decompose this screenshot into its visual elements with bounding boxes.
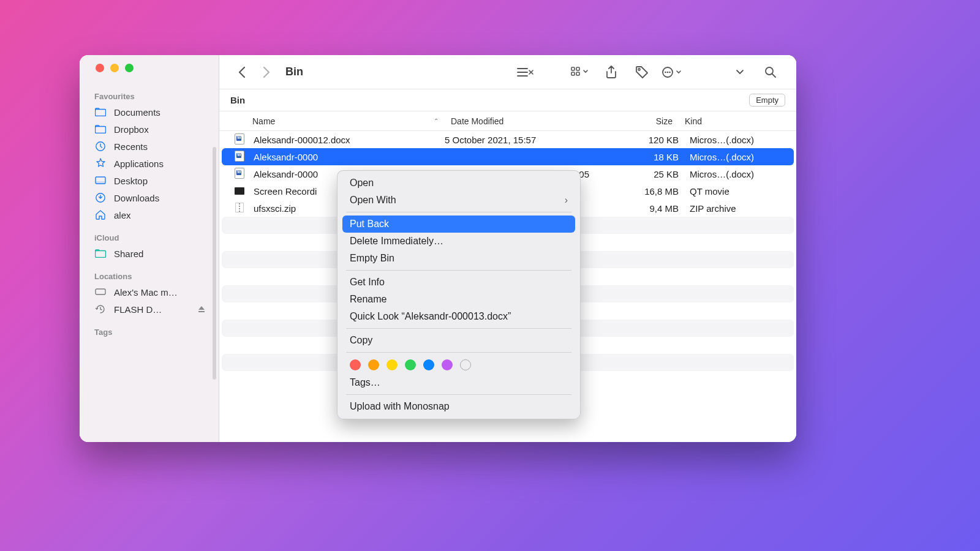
overflow-button[interactable] (728, 63, 752, 81)
sidebar-item-shared[interactable]: Shared (80, 245, 219, 262)
sidebar-item-label: Applications (114, 159, 164, 169)
sidebar-item-recents[interactable]: Recents (80, 138, 219, 155)
file-kind: Micros…(.docx) (679, 169, 796, 179)
word-doc-icon (233, 168, 246, 181)
sidebar: Favourites Documents Dropbox Recents App… (80, 55, 219, 442)
sidebar-section-tags: Tags (80, 324, 219, 339)
file-row[interactable]: Aleksandr-000012.docx 5 October 2021, 15… (219, 131, 796, 148)
sidebar-section-locations: Locations (80, 268, 219, 283)
column-name[interactable]: Name⌃ (219, 116, 445, 126)
ctx-tags[interactable]: Tags… (337, 374, 580, 391)
sidebar-item-flash-drive[interactable]: FLASH D… (80, 301, 219, 318)
svg-point-19 (667, 71, 669, 73)
svg-rect-8 (198, 311, 205, 312)
sidebar-item-label: alex (114, 210, 131, 220)
sidebar-item-label: Shared (114, 249, 143, 259)
ctx-open[interactable]: Open (337, 174, 580, 192)
eject-icon[interactable] (198, 305, 205, 313)
sidebar-scrollbar[interactable] (213, 147, 216, 380)
tag-orange[interactable] (368, 359, 379, 370)
svg-line-22 (772, 74, 775, 77)
ctx-delete-immediately[interactable]: Delete Immediately… (337, 233, 580, 250)
sidebar-item-label: Recents (114, 141, 148, 152)
computer-icon (94, 286, 107, 298)
tag-green[interactable] (405, 359, 416, 370)
sidebar-item-label: Alex's Mac m… (114, 287, 178, 298)
file-kind: QT movie (679, 186, 796, 197)
action-button[interactable] (660, 63, 685, 81)
ctx-empty-bin[interactable]: Empty Bin (337, 250, 580, 267)
window-title: Bin (285, 66, 303, 78)
sort-ascending-icon: ⌃ (434, 118, 439, 124)
share-button[interactable] (599, 63, 624, 81)
sidebar-item-documents[interactable]: Documents (80, 103, 219, 121)
sidebar-item-desktop[interactable]: Desktop (80, 172, 219, 189)
ctx-open-with-label: Open With (350, 195, 396, 206)
file-row-selected[interactable]: Aleksandr-0000 18 KB Micros…(.docx) (222, 148, 794, 165)
svg-rect-6 (96, 251, 106, 258)
file-size: 9,4 MB (595, 203, 679, 214)
ctx-rename[interactable]: Rename (337, 291, 580, 308)
path-bar: Bin Empty (219, 89, 796, 111)
ctx-tag-colors (337, 356, 580, 374)
ctx-separator (346, 352, 571, 353)
ctx-put-back[interactable]: Put Back (342, 216, 575, 233)
sidebar-item-mac-mini[interactable]: Alex's Mac m… (80, 283, 219, 301)
minimize-window-button[interactable] (110, 64, 119, 72)
svg-point-20 (669, 71, 671, 73)
file-date: 5 October 2021, 15:57 (445, 135, 595, 145)
search-button[interactable] (758, 63, 783, 81)
sidebar-item-dropbox[interactable]: Dropbox (80, 121, 219, 138)
shared-folder-icon (94, 247, 107, 260)
ctx-separator (346, 328, 571, 329)
time-machine-icon (94, 303, 107, 315)
tag-red[interactable] (350, 359, 361, 370)
ctx-copy[interactable]: Copy (337, 332, 580, 349)
tag-blue[interactable] (423, 359, 434, 370)
column-size[interactable]: Size (595, 116, 679, 126)
sidebar-item-downloads[interactable]: Downloads (80, 189, 219, 206)
svg-rect-0 (96, 110, 106, 116)
forward-button[interactable] (257, 63, 276, 81)
file-kind: ZIP archive (679, 203, 796, 214)
file-kind: Micros…(.docx) (679, 152, 794, 162)
column-date-modified[interactable]: Date Modified (445, 116, 595, 126)
clock-icon (94, 140, 107, 152)
ctx-separator (346, 270, 571, 271)
column-kind[interactable]: Kind (679, 116, 796, 126)
group-button[interactable] (568, 63, 593, 81)
folder-icon (94, 106, 107, 118)
word-doc-icon (233, 133, 246, 146)
empty-bin-button[interactable]: Empty (749, 94, 785, 107)
sidebar-item-label: Dropbox (114, 124, 149, 135)
sidebar-item-label: Documents (114, 107, 160, 118)
word-doc-icon (233, 151, 246, 163)
tags-button[interactable] (630, 63, 654, 81)
ctx-upload-monosnap[interactable]: Upload with Monosnap (337, 398, 580, 415)
sidebar-item-applications[interactable]: Applications (80, 155, 219, 172)
ctx-open-with[interactable]: Open With › (337, 192, 580, 209)
ctx-separator (346, 394, 571, 395)
svg-rect-4 (96, 181, 105, 184)
tag-purple[interactable] (442, 359, 453, 370)
tag-yellow[interactable] (386, 359, 398, 370)
file-size: 25 KB (595, 169, 679, 179)
file-name: Aleksandr-000012.docx (254, 135, 445, 145)
close-window-button[interactable] (96, 64, 104, 72)
tag-none[interactable] (460, 359, 471, 370)
folder-icon (94, 123, 107, 135)
toolbar: Bin (219, 55, 796, 89)
applications-icon (94, 157, 107, 170)
svg-point-18 (665, 71, 666, 73)
ctx-quick-look[interactable]: Quick Look “Aleksandr-000013.docx” (337, 308, 580, 325)
view-list-button[interactable] (513, 63, 538, 81)
home-icon (94, 209, 107, 221)
maximize-window-button[interactable] (125, 64, 134, 72)
back-button[interactable] (233, 63, 251, 81)
ctx-separator (346, 212, 571, 212)
sidebar-section-icloud: iCloud (80, 230, 219, 245)
sidebar-item-home[interactable]: alex (80, 206, 219, 223)
path-location: Bin (230, 95, 245, 105)
file-size: 18 KB (595, 152, 679, 162)
ctx-get-info[interactable]: Get Info (337, 274, 580, 291)
